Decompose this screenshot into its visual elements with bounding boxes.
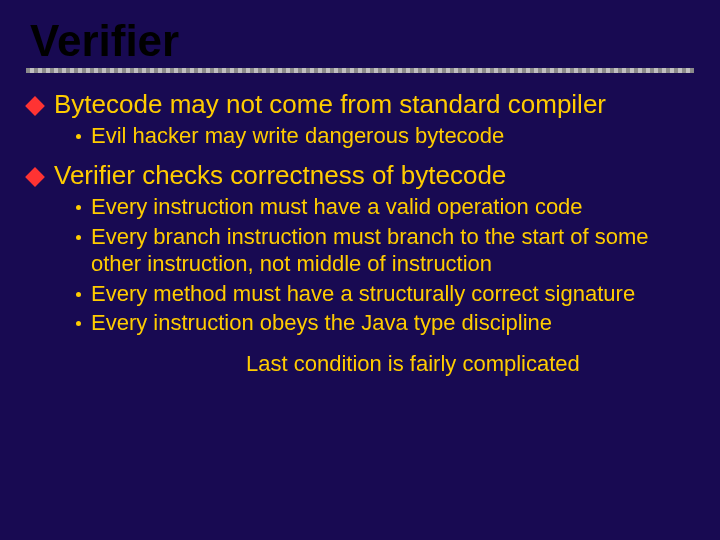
bullet-dot-icon: [76, 292, 81, 297]
sub-text: Evil hacker may write dangerous bytecode: [91, 122, 504, 150]
sub-text: Every instruction obeys the Java type di…: [91, 309, 552, 337]
bullet-2-subs: Every instruction must have a valid oper…: [76, 193, 694, 337]
list-item: Every method must have a structurally co…: [76, 280, 694, 308]
list-item: Every instruction obeys the Java type di…: [76, 309, 694, 337]
bullet-dot-icon: [76, 235, 81, 240]
list-item: Every instruction must have a valid oper…: [76, 193, 694, 221]
bullet-2-text: Verifier checks correctness of bytecode: [54, 160, 506, 191]
sub-text: Every instruction must have a valid oper…: [91, 193, 583, 221]
bullet-dot-icon: [76, 205, 81, 210]
list-item: Every branch instruction must branch to …: [76, 223, 694, 278]
sub-text: Every branch instruction must branch to …: [91, 223, 691, 278]
footnote: Last condition is fairly complicated: [246, 351, 694, 377]
title-rule: [26, 68, 694, 73]
list-item: Evil hacker may write dangerous bytecode: [76, 122, 694, 150]
bullet-1-subs: Evil hacker may write dangerous bytecode: [76, 122, 694, 150]
diamond-icon: [25, 167, 45, 187]
bullet-2: Verifier checks correctness of bytecode: [26, 160, 694, 191]
bullet-dot-icon: [76, 321, 81, 326]
bullet-1: Bytecode may not come from standard comp…: [26, 89, 694, 120]
bullet-dot-icon: [76, 134, 81, 139]
diamond-icon: [25, 96, 45, 116]
slide-title: Verifier: [30, 18, 694, 64]
sub-text: Every method must have a structurally co…: [91, 280, 635, 308]
bullet-1-text: Bytecode may not come from standard comp…: [54, 89, 606, 120]
slide: Verifier Bytecode may not come from stan…: [0, 0, 720, 540]
